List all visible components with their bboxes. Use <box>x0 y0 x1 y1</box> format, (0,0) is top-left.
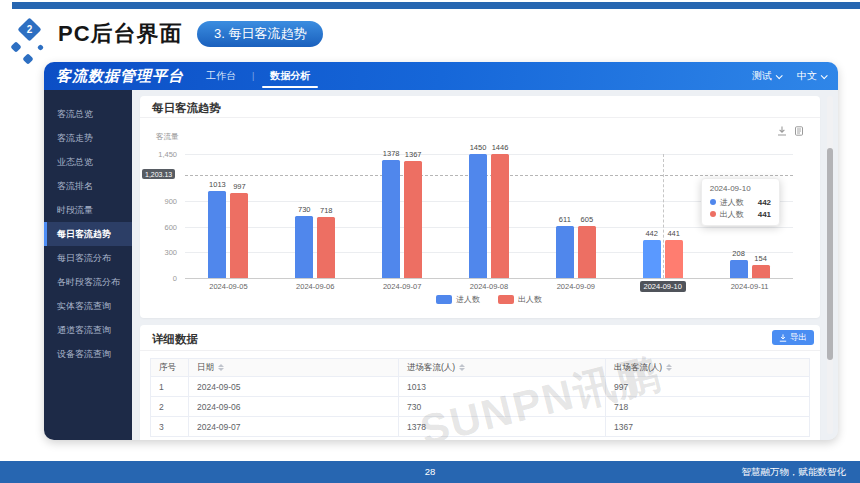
col-header-1: 序号 <box>151 359 189 377</box>
bar-value-label: 441 <box>659 229 689 238</box>
x-tick-label: 2024-09-10 <box>631 282 695 291</box>
col-header-3[interactable]: 进场客流(人) <box>399 359 606 377</box>
language-menu[interactable]: 中文 <box>797 69 826 83</box>
average-line <box>185 175 793 176</box>
sort-icon[interactable] <box>459 364 465 371</box>
section-pill: 3. 每日客流趋势 <box>197 21 323 47</box>
bar-value-label: 1367 <box>398 150 428 159</box>
save-image-icon[interactable] <box>777 126 787 136</box>
sidebar-item-9[interactable]: 实体客流查询 <box>44 294 132 318</box>
table-cell: 2024-09-06 <box>189 397 399 417</box>
chevron-down-icon <box>776 72 783 79</box>
decor-diamond-icon <box>22 53 33 64</box>
sidebar-item-6[interactable]: 每日客流趋势 <box>44 222 132 246</box>
bar-series1-2024-09-10[interactable] <box>643 240 661 278</box>
bar-series2-2024-09-09[interactable] <box>578 226 596 278</box>
table-cell: 730 <box>399 397 606 417</box>
scrollbar[interactable] <box>827 96 833 434</box>
bar-series1-2024-09-05[interactable] <box>208 191 226 278</box>
table-row: 12024-09-051013997 <box>151 377 810 397</box>
bar-value-label: 154 <box>746 254 776 263</box>
bar-series1-2024-09-08[interactable] <box>469 154 487 278</box>
table-cell: 718 <box>606 397 810 417</box>
legend-item-1[interactable]: 进人数 <box>436 294 480 305</box>
y-tick-label: 300 <box>140 248 177 257</box>
sidebar-item-1[interactable]: 客流总览 <box>44 102 132 126</box>
bar-series1-2024-09-11[interactable] <box>730 260 748 278</box>
tooltip-series-dot <box>710 211 716 217</box>
average-value-badge: 1,203.13 <box>142 169 175 179</box>
table-cell: 997 <box>606 377 810 397</box>
x-tick-highlight-badge: 2024-09-10 <box>640 281 686 292</box>
nav-tab-2[interactable]: 数据分析 <box>266 62 314 90</box>
sidebar-item-3[interactable]: 业态总览 <box>44 150 132 174</box>
bar-value-label: 997 <box>224 182 254 191</box>
data-view-icon[interactable] <box>794 126 804 136</box>
scrollbar-thumb[interactable] <box>827 148 833 360</box>
table-header-row: 序号日期进场客流(人)出场客流(人) <box>151 359 810 377</box>
x-tick-label: 2024-09-11 <box>718 282 782 291</box>
nav-tab-1[interactable]: 工作台 <box>202 62 240 90</box>
sidebar-item-2[interactable]: 客流走势 <box>44 126 132 150</box>
gridline <box>185 252 793 253</box>
col-header-2[interactable]: 日期 <box>189 359 399 377</box>
bar-value-label: 718 <box>311 206 341 215</box>
nav-divider: | <box>252 71 254 81</box>
sort-desc-caret <box>666 368 672 371</box>
decor-diamond-icon <box>37 44 44 51</box>
legend-item-2[interactable]: 出人数 <box>498 294 542 305</box>
slide-number-badge: 2 <box>17 17 41 41</box>
bar-series2-2024-09-10[interactable] <box>665 240 683 278</box>
app-nav: 工作台|数据分析 <box>202 62 314 90</box>
chart-legend: 进人数出人数 <box>185 294 793 305</box>
bar-series1-2024-09-09[interactable] <box>556 226 574 278</box>
sort-icon[interactable] <box>218 364 224 371</box>
bar-series2-2024-09-06[interactable] <box>317 217 335 278</box>
app-header: 客流数据管理平台 工作台|数据分析 测试 中文 <box>44 62 838 90</box>
x-tick-label: 2024-09-05 <box>196 282 260 291</box>
bar-series1-2024-09-07[interactable] <box>382 160 400 278</box>
bar-series2-2024-09-08[interactable] <box>491 154 509 278</box>
x-tick-label: 2024-09-07 <box>370 282 434 291</box>
sidebar-item-7[interactable]: 每日客流分布 <box>44 246 132 270</box>
sidebar-item-10[interactable]: 通道客流查询 <box>44 318 132 342</box>
footer-slogan: 智慧融万物，赋能数智化 <box>742 466 847 479</box>
bar-value-label: 1446 <box>485 143 515 152</box>
bar-series2-2024-09-05[interactable] <box>230 193 248 278</box>
sidebar-item-11[interactable]: 设备客流查询 <box>44 342 132 366</box>
col-header-4[interactable]: 出场客流(人) <box>606 359 810 377</box>
tooltip-series-name: 进人数 <box>720 197 744 208</box>
table-cell: 3 <box>151 417 189 437</box>
bar-series2-2024-09-07[interactable] <box>404 161 422 278</box>
bar-series2-2024-09-11[interactable] <box>752 265 770 278</box>
app-logo: 客流数据管理平台 <box>56 67 190 86</box>
gridline <box>185 154 793 155</box>
sidebar-item-8[interactable]: 各时段客流分布 <box>44 270 132 294</box>
decor-diamond-icon <box>10 41 21 52</box>
legend-swatch <box>498 295 514 304</box>
chart-panel-title: 每日客流趋势 <box>152 102 221 114</box>
y-tick-label: 1,450 <box>140 150 177 159</box>
table-cell: 2024-09-07 <box>189 417 399 437</box>
sort-icon[interactable] <box>666 364 672 371</box>
export-button-label: 导出 <box>790 332 807 344</box>
gridline <box>185 227 793 228</box>
chart-toolbox <box>777 126 804 136</box>
sort-asc-caret <box>459 364 465 367</box>
table-panel-header: 详细数据 导出 <box>140 325 820 351</box>
table-panel: 详细数据 导出 SUNPN讯鹏 序号日期进场客流(人)出场客流(人) 12024… <box>140 325 820 440</box>
x-axis-line <box>185 278 793 279</box>
export-button[interactable]: 导出 <box>772 330 814 345</box>
bar-series1-2024-09-06[interactable] <box>295 216 313 278</box>
sidebar-item-4[interactable]: 客流排名 <box>44 174 132 198</box>
sort-desc-caret <box>218 368 224 371</box>
user-menu[interactable]: 测试 <box>752 69 781 83</box>
table-cell: 2024-09-05 <box>189 377 399 397</box>
main-content: 每日客流趋势 客流量03006009001,4501,203.131013730… <box>132 90 838 440</box>
chart-tooltip: 2024-09-10进人数442出人数441 <box>701 178 780 226</box>
sidebar-item-5[interactable]: 时段流量 <box>44 198 132 222</box>
sort-asc-caret <box>666 364 672 367</box>
table-cell: 1 <box>151 377 189 397</box>
legend-label: 进人数 <box>456 294 480 305</box>
tooltip-row: 进人数442 <box>710 196 771 208</box>
